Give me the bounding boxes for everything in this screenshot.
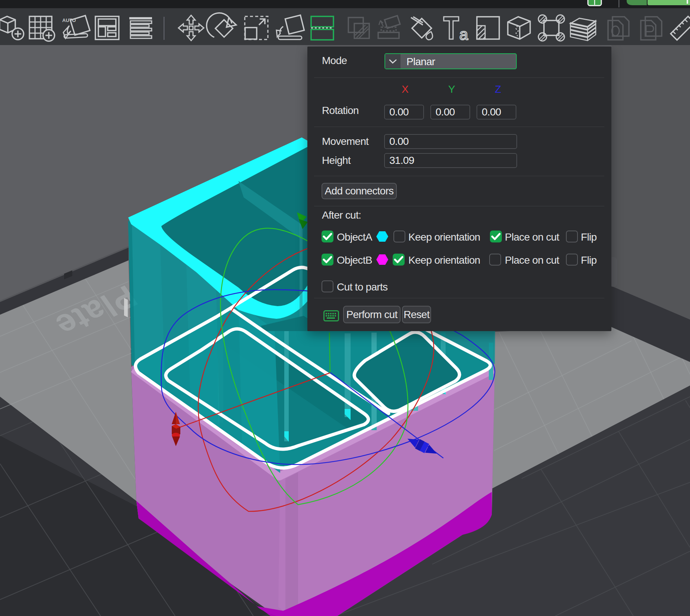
svg-text:a: a	[459, 26, 468, 43]
svg-text:AUTO: AUTO	[62, 18, 76, 23]
